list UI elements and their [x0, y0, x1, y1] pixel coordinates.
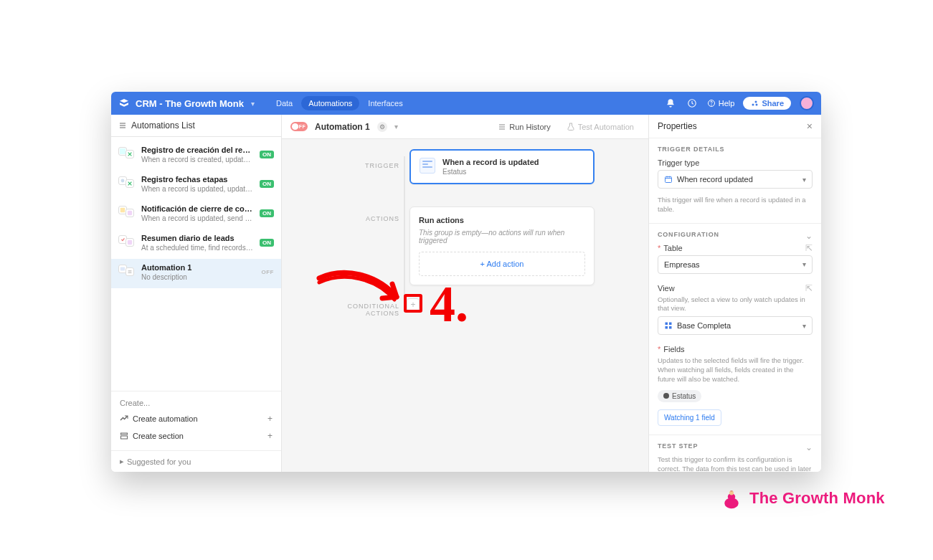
- automation-title: Notificación de cierre de contrato: [141, 204, 254, 213]
- chevron-down-icon: ▾: [802, 260, 806, 268]
- table-select[interactable]: Empresas ▾: [658, 255, 813, 274]
- section-label-trigger: TRIGGER: [356, 162, 399, 169]
- run-actions-title: Run actions: [419, 216, 585, 224]
- chevron-down-icon: ▾: [802, 322, 806, 330]
- test-automation-button[interactable]: Test Automation: [561, 120, 640, 134]
- status-badge-on: ON: [260, 239, 274, 247]
- app-body: Automations List Registro de creación de…: [111, 115, 821, 472]
- suggested-label: Suggested for you: [127, 457, 191, 466]
- nav-tab-automations[interactable]: Automations: [301, 96, 359, 110]
- user-avatar[interactable]: [800, 96, 814, 110]
- table-select-value: Empresas: [664, 260, 700, 269]
- svg-rect-12: [666, 323, 668, 326]
- calendar-icon: [664, 175, 673, 184]
- top-bar: CRM - The Growth Monk ▾ Data Automations…: [111, 92, 821, 115]
- nav-tab-interfaces[interactable]: Interfaces: [361, 96, 409, 110]
- status-badge-on: ON: [260, 180, 274, 188]
- help-link[interactable]: Help: [707, 99, 735, 108]
- expand-icon[interactable]: ⇱: [805, 283, 813, 293]
- automation-item-icons: [118, 146, 136, 160]
- test-step-heading: Test Step: [658, 442, 813, 450]
- add-action-button[interactable]: + Add action: [419, 252, 585, 276]
- actions-card: Run actions This group is empty—no actio…: [409, 207, 595, 285]
- svg-rect-9: [121, 433, 128, 435]
- chevron-down-icon: ▾: [802, 176, 806, 184]
- automation-title: Automation 1: [141, 263, 256, 272]
- svg-rect-15: [669, 326, 672, 329]
- field-chip-estatus[interactable]: Estatus: [658, 390, 701, 402]
- svg-rect-13: [669, 323, 672, 326]
- automation-title: Registro fechas etapas: [141, 175, 254, 184]
- fields-hint: Updates to the selected fields will fire…: [658, 356, 813, 384]
- trigger-type-select[interactable]: When record updated ▾: [658, 170, 813, 189]
- svg-rect-19: [731, 491, 733, 492]
- section-label-actions: ACTIONS: [356, 215, 399, 222]
- automation-toggle-off[interactable]: OFF: [290, 122, 308, 131]
- properties-header: Properties ×: [649, 115, 821, 138]
- canvas-header: OFF Automation 1 ⚙ ▾ Run History Test Au…: [282, 115, 648, 139]
- trigger-details-section: Trigger Details Trigger type When record…: [649, 138, 821, 224]
- fields-label: *Fields: [658, 345, 813, 353]
- automation-item-4-selected[interactable]: Automation 1No description OFF: [111, 259, 281, 288]
- automation-item-2[interactable]: Notificación de cierre de contratoWhen a…: [111, 200, 281, 229]
- svg-rect-7: [128, 240, 132, 245]
- bell-icon[interactable]: [664, 97, 677, 110]
- share-button[interactable]: Share: [743, 97, 791, 110]
- svg-point-18: [729, 491, 734, 495]
- automation-item-1[interactable]: Registro fechas etapasWhen a record is u…: [111, 171, 281, 200]
- svg-rect-3: [120, 148, 125, 154]
- trigger-type-label: Trigger type: [658, 158, 813, 167]
- svg-rect-5: [120, 208, 125, 212]
- record-updated-icon: [420, 158, 435, 174]
- create-section-button[interactable]: Create section +: [120, 427, 273, 445]
- sidebar-create: Create... Create automation + Create sec…: [111, 391, 281, 450]
- sidebar-title: Automations List: [131, 120, 195, 130]
- plus-icon: +: [267, 431, 273, 441]
- collapse-section-icon[interactable]: ⌄: [805, 231, 813, 241]
- nav-tab-data[interactable]: Data: [269, 96, 300, 110]
- create-automation-button[interactable]: Create automation +: [120, 410, 273, 427]
- chevron-down-icon[interactable]: ▾: [394, 123, 398, 130]
- view-select[interactable]: Base Completa ▾: [658, 316, 813, 335]
- chevron-right-icon: ▸: [120, 457, 124, 466]
- history-icon[interactable]: [686, 97, 698, 110]
- test-step-hint: Test this trigger to confirm its configu…: [658, 455, 813, 472]
- automation-desc: When a record is updated, send a Slack m…: [141, 214, 254, 222]
- grid-view-icon: [664, 321, 673, 330]
- automation-item-icons: [118, 204, 136, 219]
- run-history-label: Run History: [509, 123, 550, 131]
- dot-icon: [663, 393, 669, 399]
- view-hint: Optionally, select a view to only watch …: [658, 295, 813, 314]
- suggested-for-you[interactable]: ▸ Suggested for you: [111, 450, 281, 472]
- view-label: View⇱: [658, 284, 813, 293]
- annotation-highlight-box: [404, 294, 422, 313]
- trigger-card[interactable]: When a record is updated Estatus: [409, 149, 595, 184]
- automations-list: Registro de creación del registroWhen a …: [111, 137, 281, 391]
- automation-item-3[interactable]: Resumen diario de leadsAt a scheduled ti…: [111, 229, 281, 259]
- svg-rect-11: [666, 177, 672, 183]
- run-history-button[interactable]: Run History: [492, 120, 556, 134]
- automation-item-icons: [118, 263, 136, 277]
- trigger-subtitle: Estatus: [442, 168, 539, 176]
- automation-name[interactable]: Automation 1: [315, 122, 370, 132]
- trigger-type-value: When record updated: [677, 175, 753, 184]
- app-title[interactable]: CRM - The Growth Monk: [136, 98, 244, 109]
- automation-desc: At a scheduled time, find records, and 1…: [141, 244, 254, 252]
- automation-item-0[interactable]: Registro de creación del registroWhen a …: [111, 141, 281, 171]
- canvas[interactable]: TRIGGER ACTIONS CONDITIONAL ACTIONS When…: [282, 139, 648, 472]
- watching-fields-pill[interactable]: Watching 1 field: [658, 409, 721, 426]
- list-icon: [498, 123, 506, 131]
- properties-panel: Properties × Trigger Details Trigger typ…: [649, 115, 821, 472]
- expand-icon[interactable]: ⇱: [805, 243, 813, 253]
- automation-item-icons: [118, 234, 136, 248]
- gear-icon[interactable]: ⚙: [377, 122, 387, 132]
- svg-rect-14: [666, 326, 668, 329]
- status-badge-on: ON: [260, 151, 274, 158]
- close-panel-button[interactable]: ×: [807, 120, 813, 132]
- sidebar-header[interactable]: Automations List: [111, 115, 281, 137]
- svg-rect-10: [121, 436, 128, 439]
- chevron-down-icon[interactable]: ▾: [251, 100, 255, 108]
- svg-rect-8: [120, 267, 125, 271]
- nav-tabs: Data Automations Interfaces: [269, 96, 410, 110]
- collapse-section-icon[interactable]: ⌄: [805, 442, 813, 452]
